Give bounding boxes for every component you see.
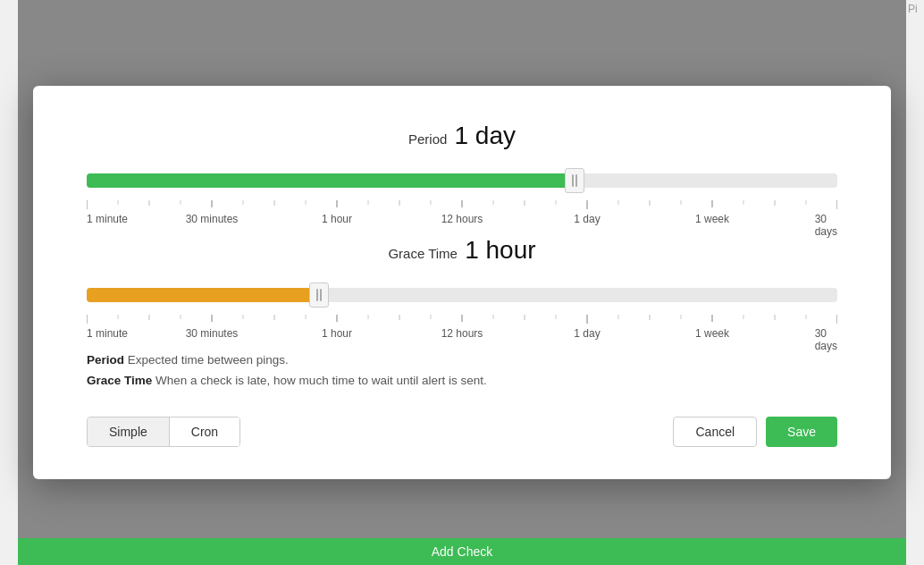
save-button[interactable]: Save [766,417,837,447]
description-block: Period Expected time between pings. Grac… [87,350,837,392]
period-section: Period 1 day [87,122,837,211]
grace-value: 1 hour [465,236,535,264]
tab-simple[interactable]: Simple [88,417,170,446]
period-slider-thumb[interactable] [565,168,584,193]
modal-dialog: Period 1 day [33,86,891,479]
background-right: Pi [906,0,924,565]
period-title: Period 1 day [87,122,837,150]
grace-title: Grace Time 1 hour [87,236,837,265]
grace-slider-wrap [87,279,837,311]
grace-slider-track[interactable] [87,288,837,302]
grace-slider-thumb[interactable] [309,282,329,308]
period-value: 1 day [455,122,517,149]
background-left [0,0,18,565]
grace-section: Grace Time 1 hour [87,236,837,325]
schedule-type-tabs: Simple Cron [87,417,240,447]
period-slider-track[interactable] [87,173,837,188]
grace-ticks [87,315,837,325]
action-buttons: Cancel Save [673,417,837,447]
period-ticks [87,200,837,211]
add-check-button[interactable]: Add Check [18,538,906,565]
period-slider-wrap [87,164,837,197]
bg-right-label: Pi [906,0,920,19]
grace-description: Grace Time When a check is late, how muc… [87,371,837,392]
tab-cron[interactable]: Cron [170,417,239,446]
cancel-button[interactable]: Cancel [673,417,757,447]
period-description: Period Expected time between pings. [87,350,837,371]
period-slider-fill [87,173,575,188]
grace-slider-fill [87,288,319,302]
modal-footer: Simple Cron Cancel Save [87,417,837,447]
